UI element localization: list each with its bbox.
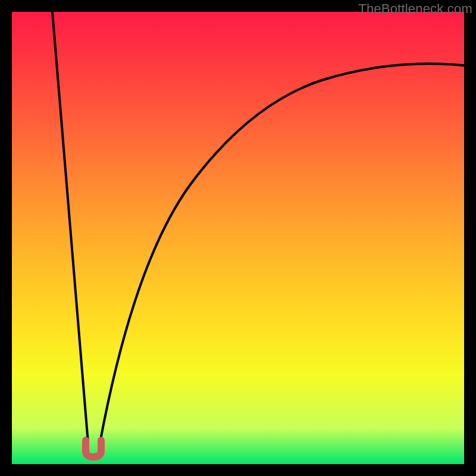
chart-frame: TheBottleneck.com bbox=[0, 0, 476, 476]
watermark-text: TheBottleneck.com bbox=[358, 1, 472, 17]
chart-plot-area bbox=[12, 12, 464, 464]
curve-right-branch bbox=[100, 64, 464, 443]
chart-curve-layer bbox=[12, 12, 464, 464]
curve-left-branch bbox=[52, 12, 88, 443]
trough-marker bbox=[86, 440, 101, 457]
